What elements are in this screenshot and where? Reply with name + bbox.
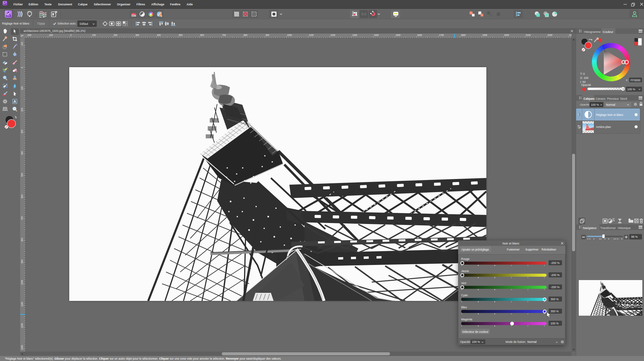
svg-text:200: 200 (21, 108, 23, 111)
svg-text:1300: 1300 (21, 345, 23, 350)
svg-text:2000: 2000 (504, 34, 509, 36)
svg-text:1100: 1100 (309, 34, 314, 36)
svg-text:600: 600 (200, 34, 204, 36)
svg-text:1500: 1500 (396, 34, 401, 36)
svg-text:400: 400 (21, 151, 23, 155)
svg-text:-100: -100 (21, 42, 23, 46)
svg-text:700: 700 (222, 34, 226, 36)
svg-text:900: 900 (266, 34, 269, 36)
svg-text:800: 800 (244, 34, 247, 36)
svg-text:200: 200 (114, 34, 117, 36)
svg-text:0: 0 (21, 67, 23, 68)
svg-text:500: 500 (179, 34, 183, 36)
svg-text:100: 100 (21, 86, 23, 90)
svg-text:100: 100 (92, 34, 96, 36)
svg-text:1100: 1100 (21, 302, 23, 307)
svg-text:600: 600 (21, 194, 23, 198)
svg-text:1200: 1200 (21, 323, 23, 328)
svg-text:2300: 2300 (569, 34, 571, 36)
svg-text:700: 700 (21, 216, 23, 220)
svg-text:2100: 2100 (526, 34, 531, 36)
svg-text:1000: 1000 (287, 34, 292, 36)
svg-text:1200: 1200 (330, 34, 335, 36)
svg-text:900: 900 (21, 260, 23, 263)
svg-text:1400: 1400 (374, 34, 379, 36)
svg-text:-200: -200 (27, 34, 31, 36)
svg-text:A: A (13, 99, 16, 103)
svg-text:1700: 1700 (439, 34, 444, 36)
svg-text:0: 0 (70, 34, 72, 36)
svg-text:1800: 1800 (461, 34, 466, 36)
svg-text:400: 400 (157, 34, 161, 36)
svg-text:2200: 2200 (548, 34, 553, 36)
svg-text:-100: -100 (48, 34, 53, 36)
svg-text:500: 500 (21, 173, 23, 177)
svg-text:300: 300 (135, 34, 139, 36)
svg-text:1000: 1000 (21, 280, 23, 285)
svg-text:1600: 1600 (417, 34, 422, 36)
svg-text:300: 300 (21, 130, 23, 133)
svg-text:1900: 1900 (482, 34, 487, 36)
svg-text:800: 800 (21, 238, 23, 241)
svg-text:1300: 1300 (352, 34, 357, 36)
